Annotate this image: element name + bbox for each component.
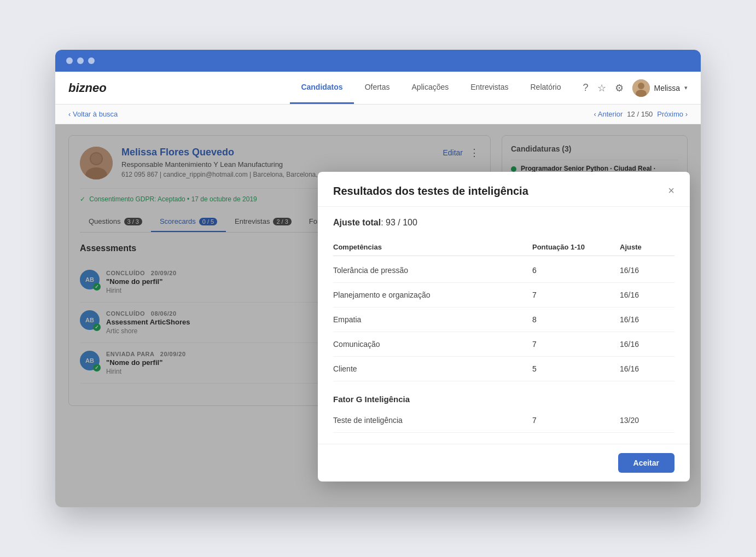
score-table: Competências Pontuação 1-10 Ajuste Toler… xyxy=(333,239,674,433)
back-link[interactable]: Voltar à busca xyxy=(68,110,118,118)
svg-point-1 xyxy=(638,83,644,89)
nav-tab-candidatos[interactable]: Candidatos xyxy=(290,72,353,104)
score-row: Comunicação 7 16/16 xyxy=(333,332,674,357)
score-row: Empatia 8 16/16 xyxy=(333,307,674,332)
score-row: Planejamento e organização 7 16/16 xyxy=(333,283,674,307)
modal-footer: Aceitar xyxy=(318,444,690,481)
score-table-header: Competências Pontuação 1-10 Ajuste xyxy=(333,239,674,256)
browser-dot-yellow xyxy=(77,57,84,64)
user-avatar xyxy=(632,79,650,97)
chevron-down-icon: ▾ xyxy=(684,84,688,91)
modal-header: Resultados dos testes de inteligência × xyxy=(318,172,690,207)
modal-close-button[interactable]: × xyxy=(668,185,674,196)
app-logo: bizneo xyxy=(68,81,107,95)
modal-total: Ajuste total: 93 / 100 xyxy=(333,218,674,228)
nav-tab-entrevistas[interactable]: Entrevistas xyxy=(460,72,519,104)
browser-window: bizneo Candidatos Ofertas Aplicações Ent… xyxy=(55,50,701,507)
browser-chrome xyxy=(55,50,701,72)
modal-title: Resultados dos testes de inteligência xyxy=(333,185,528,198)
star-icon[interactable]: ☆ xyxy=(597,82,606,94)
page-count: 12 / 150 xyxy=(627,110,653,118)
fator-score-row: Teste de inteligência 7 13/20 xyxy=(333,408,674,433)
help-icon[interactable]: ? xyxy=(583,82,589,94)
user-name: Melissa xyxy=(654,84,680,92)
nav-tab-ofertas[interactable]: Ofertas xyxy=(354,72,401,104)
modal-dialog: Resultados dos testes de inteligência × … xyxy=(318,172,690,481)
settings-icon[interactable]: ⚙ xyxy=(615,82,624,94)
modal-body: Ajuste total: 93 / 100 Competências Pont… xyxy=(318,207,690,444)
nav-tabs: Candidatos Ofertas Aplicações Entrevista… xyxy=(290,72,572,104)
browser-dot-green xyxy=(88,57,95,64)
user-info[interactable]: Melissa ▾ xyxy=(632,79,688,97)
prev-link[interactable]: ‹ Anterior xyxy=(594,110,623,118)
pagination: ‹ Anterior 12 / 150 Próximo › xyxy=(594,110,688,118)
score-row: Cliente 5 16/16 xyxy=(333,357,674,381)
next-link[interactable]: Próximo › xyxy=(657,110,688,118)
app-header: bizneo Candidatos Ofertas Aplicações Ent… xyxy=(55,72,701,105)
accept-button[interactable]: Aceitar xyxy=(618,453,674,473)
main-content: Melissa Flores Quevedo Responsable Mante… xyxy=(55,124,701,507)
fator-heading: Fator G Inteligência xyxy=(333,394,674,404)
browser-dot-red xyxy=(66,57,73,64)
nav-tab-aplicacoes[interactable]: Aplicações xyxy=(401,72,460,104)
modal-overlay: Resultados dos testes de inteligência × … xyxy=(55,124,701,507)
breadcrumb-bar: Voltar à busca ‹ Anterior 12 / 150 Próxi… xyxy=(55,105,701,124)
nav-icons: ? ☆ ⚙ xyxy=(583,82,624,94)
nav-tab-relatorio[interactable]: Relatório xyxy=(519,72,572,104)
score-row: Tolerância de pressão 6 16/16 xyxy=(333,258,674,283)
